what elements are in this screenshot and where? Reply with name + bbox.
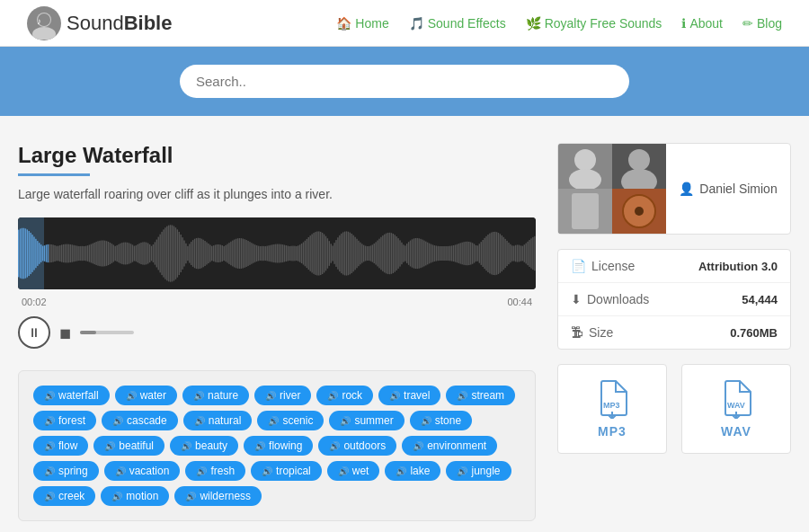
tag-item[interactable]: 🔊beatiful <box>93 436 164 456</box>
tag-sound-icon: 🔊 <box>413 441 423 451</box>
tag-sound-icon: 🔊 <box>111 492 122 501</box>
tag-item[interactable]: 🔊tropical <box>251 461 322 481</box>
mp3-download-button[interactable]: MP3 MP3 <box>557 364 667 454</box>
tag-item[interactable]: 🔊river <box>254 386 311 405</box>
tag-item[interactable]: 🔊spring <box>33 461 99 481</box>
svg-text:WAV: WAV <box>727 401 745 410</box>
nav-royalty-free[interactable]: 🌿 Royalty Free Sounds <box>526 16 662 31</box>
tag-item[interactable]: 🔊creek <box>33 486 95 506</box>
author-thumb-1 <box>558 144 612 189</box>
svg-point-8 <box>628 149 650 171</box>
tag-item[interactable]: 🔊cascade <box>102 411 178 430</box>
size-label: 🗜 Size <box>571 325 613 340</box>
size-icon: 🗜 <box>571 325 583 340</box>
royalty-free-icon: 🌿 <box>526 16 541 31</box>
author-thumb-3 <box>558 189 612 234</box>
license-row: 📄 License Attribution 3.0 <box>558 250 790 283</box>
tag-item[interactable]: 🔊scenic <box>257 411 324 430</box>
downloads-row: ⬇ Downloads 54,444 <box>558 283 790 316</box>
tag-item[interactable]: 🔊outdoors <box>318 436 396 456</box>
tag-item[interactable]: 🔊stream <box>446 386 515 405</box>
main-nav: 🏠 Home 🎵 Sound Effects 🌿 Royalty Free So… <box>336 16 782 31</box>
tag-item[interactable]: 🔊water <box>115 386 177 405</box>
tag-sound-icon: 🔊 <box>262 466 272 476</box>
tags-list: 🔊waterfall🔊water🔊nature🔊river🔊rock🔊trave… <box>33 386 520 506</box>
wav-download-icon: WAV <box>718 379 754 419</box>
search-input[interactable] <box>180 65 629 98</box>
metadata: 📄 License Attribution 3.0 ⬇ Downloads 54… <box>557 249 791 350</box>
download-buttons: MP3 MP3 WAV WAV <box>557 364 791 454</box>
svg-text:♪: ♪ <box>37 16 41 26</box>
tag-sound-icon: 🔊 <box>44 466 55 476</box>
tag-item[interactable]: 🔊forest <box>33 411 96 430</box>
tag-item[interactable]: 🔊lake <box>385 461 440 481</box>
tag-item[interactable]: 🔊waterfall <box>33 386 110 405</box>
sound-description: Large waterfall roaring over cliff as it… <box>18 187 536 201</box>
wav-download-button[interactable]: WAV WAV <box>681 364 791 454</box>
tag-item[interactable]: 🔊environment <box>402 436 497 456</box>
tag-item[interactable]: 🔊stone <box>410 411 472 430</box>
tag-sound-icon: 🔊 <box>181 441 191 451</box>
tag-item[interactable]: 🔊motion <box>101 486 169 506</box>
sound-title: Large Waterfall <box>18 143 536 168</box>
tag-sound-icon: 🔊 <box>268 416 279 426</box>
nav-about[interactable]: ℹ About <box>681 16 723 31</box>
tag-sound-icon: 🔊 <box>44 416 55 426</box>
play-pause-button[interactable]: ⏸ <box>18 316 50 349</box>
nav-sound-effects[interactable]: 🎵 Sound Effects <box>409 16 506 31</box>
nav-home[interactable]: 🏠 Home <box>336 16 388 31</box>
svg-point-1 <box>32 27 56 40</box>
right-panel: 👤 Daniel Simion 📄 License Attribution 3.… <box>557 143 791 521</box>
tag-item[interactable]: 🔊summer <box>329 411 404 430</box>
tag-sound-icon: 🔊 <box>194 416 205 426</box>
svg-point-5 <box>574 149 596 171</box>
tag-item[interactable]: 🔊nature <box>182 386 249 405</box>
about-icon: ℹ <box>681 16 686 31</box>
tag-sound-icon: 🔊 <box>44 391 55 401</box>
logo-avatar: ♪ <box>27 6 61 40</box>
tag-item[interactable]: 🔊jungle <box>446 461 511 481</box>
author-person-icon: 👤 <box>679 182 694 196</box>
mp3-label: MP3 <box>598 424 627 439</box>
author-info: 👤 Daniel Simion <box>666 144 790 234</box>
tag-item[interactable]: 🔊wet <box>327 461 380 481</box>
tag-item[interactable]: 🔊flow <box>33 436 88 456</box>
tag-sound-icon: 🔊 <box>196 466 207 476</box>
player-controls: ⏸ ◼ <box>18 316 536 349</box>
tag-sound-icon: 🔊 <box>193 391 204 401</box>
tag-item[interactable]: 🔊flowing <box>244 436 313 456</box>
tag-sound-icon: 🔊 <box>126 391 137 401</box>
tag-item[interactable]: 🔊vacation <box>104 461 181 481</box>
tag-item[interactable]: 🔊fresh <box>185 461 245 481</box>
waveform-container[interactable] <box>18 217 536 289</box>
logo[interactable]: ♪ SoundBible <box>27 6 172 40</box>
tag-sound-icon: 🔊 <box>44 441 55 451</box>
tag-sound-icon: 🔊 <box>104 441 115 451</box>
tag-item[interactable]: 🔊travel <box>378 386 440 405</box>
search-bar <box>0 47 809 116</box>
license-icon: 📄 <box>571 259 586 273</box>
blog-icon: ✏ <box>742 16 753 31</box>
tag-sound-icon: 🔊 <box>457 391 467 401</box>
tag-sound-icon: 🔊 <box>44 492 55 501</box>
tag-item[interactable]: 🔊beauty <box>170 436 238 456</box>
author-thumb-2 <box>612 144 666 189</box>
tags-container: 🔊waterfall🔊water🔊nature🔊river🔊rock🔊trave… <box>18 370 536 521</box>
tag-sound-icon: 🔊 <box>396 466 406 476</box>
logo-text: SoundBible <box>67 12 172 35</box>
tag-sound-icon: 🔊 <box>185 492 196 501</box>
tag-item[interactable]: 🔊rock <box>316 386 373 405</box>
tag-item[interactable]: 🔊wilderness <box>174 486 262 506</box>
main-content: Large Waterfall Large waterfall roaring … <box>0 116 809 532</box>
tag-item[interactable]: 🔊natural <box>183 411 253 430</box>
nav-blog[interactable]: ✏ Blog <box>742 16 782 31</box>
size-value: 0.760MB <box>730 326 778 340</box>
downloads-value: 54,444 <box>742 293 778 306</box>
mp3-download-icon: MP3 <box>594 379 630 419</box>
sound-effects-icon: 🎵 <box>409 16 424 31</box>
wav-label: WAV <box>721 424 751 439</box>
volume-bar[interactable] <box>80 331 134 334</box>
waveform-canvas <box>18 217 536 289</box>
svg-text:MP3: MP3 <box>603 401 620 410</box>
license-label: 📄 License <box>571 259 635 273</box>
